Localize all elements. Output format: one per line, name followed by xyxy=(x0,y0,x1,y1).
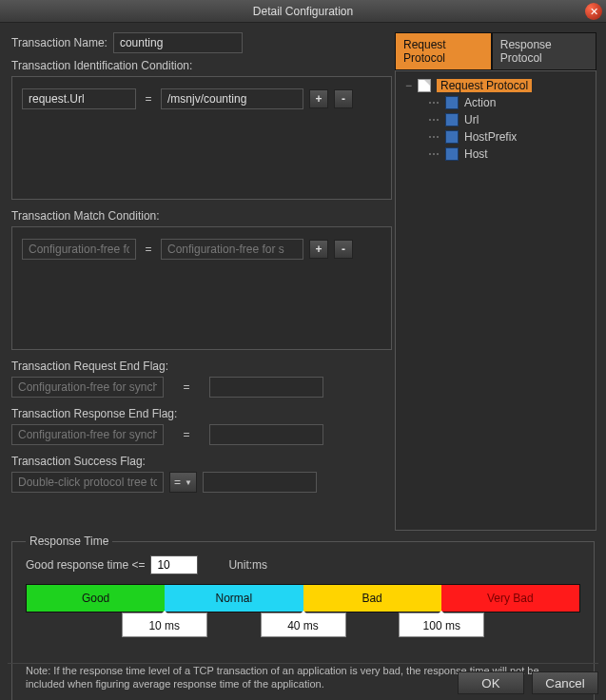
match-cond-value-input[interactable] xyxy=(161,239,303,260)
tree-item-hostprefix[interactable]: ⋯ HostPrefix xyxy=(401,128,590,146)
id-condition-box: = + - xyxy=(11,76,392,200)
marker-1[interactable]: 10 ms xyxy=(122,612,207,637)
match-condition-box: = + - xyxy=(11,226,392,350)
window-title: Detail Configuration xyxy=(253,5,353,18)
close-icon[interactable]: ✕ xyxy=(585,3,602,20)
seg-very-bad: Very Bad xyxy=(441,585,579,612)
field-icon xyxy=(445,130,459,144)
id-cond-remove-button[interactable]: - xyxy=(334,89,353,108)
field-icon xyxy=(445,96,459,109)
chevron-down-icon: ▼ xyxy=(185,478,192,487)
tree-root-label: Request Protocol xyxy=(437,79,532,92)
ok-button[interactable]: OK xyxy=(458,671,524,694)
seg-normal: Normal xyxy=(165,585,303,612)
equals-sign: = xyxy=(142,92,155,106)
minus-icon: − xyxy=(405,79,412,92)
match-condition-label: Transaction Match Condition: xyxy=(11,209,392,223)
success-operator-value: = xyxy=(174,476,181,489)
good-response-label: Good response time <= xyxy=(26,558,145,572)
tree-item-label: HostPrefix xyxy=(464,130,517,144)
equals-sign: = xyxy=(169,428,204,441)
dialog-footer: OK Cancel xyxy=(8,663,598,694)
match-cond-remove-button[interactable]: - xyxy=(334,240,353,259)
tree-item-label: Host xyxy=(464,147,488,161)
match-cond-field-input[interactable] xyxy=(22,239,136,260)
seg-good: Good xyxy=(27,585,165,612)
file-icon xyxy=(418,79,431,92)
transaction-name-input[interactable] xyxy=(113,32,243,53)
equals-sign: = xyxy=(169,380,204,394)
id-cond-add-button[interactable]: + xyxy=(309,89,328,108)
cancel-button[interactable]: Cancel xyxy=(532,671,598,694)
transaction-name-label: Transaction Name: xyxy=(11,36,108,49)
success-field-input[interactable] xyxy=(11,472,164,493)
field-icon xyxy=(445,113,459,126)
tab-request-protocol[interactable]: Request Protocol xyxy=(395,32,492,70)
tree-item-url[interactable]: ⋯ Url xyxy=(401,111,590,128)
dialog-body: Transaction Name: Transaction Identifica… xyxy=(0,23,606,700)
response-end-flag-label: Transaction Response End Flag: xyxy=(11,407,392,420)
marker-2[interactable]: 40 ms xyxy=(261,612,346,637)
resp-end-field-input[interactable] xyxy=(11,424,164,445)
success-operator-select[interactable]: = ▼ xyxy=(169,472,197,493)
request-end-flag-label: Transaction Request End Flag: xyxy=(11,360,392,373)
field-icon xyxy=(445,147,459,161)
tree-root[interactable]: − Request Protocol xyxy=(401,77,590,94)
response-time-legend: Response Time xyxy=(26,535,112,548)
success-value-input[interactable] xyxy=(203,472,317,493)
match-cond-add-button[interactable]: + xyxy=(309,240,328,259)
tree-item-label: Action xyxy=(464,96,496,109)
tab-response-protocol[interactable]: Response Protocol xyxy=(492,32,596,70)
tree-item-label: Url xyxy=(464,113,479,126)
marker-3[interactable]: 100 ms xyxy=(399,612,484,637)
protocol-tabs: Request Protocol Response Protocol xyxy=(395,32,596,70)
good-response-input[interactable] xyxy=(150,555,198,574)
tree-item-host[interactable]: ⋯ Host xyxy=(401,146,590,163)
seg-bad: Bad xyxy=(303,585,441,612)
id-cond-value-input[interactable] xyxy=(161,88,303,109)
titlebar: Detail Configuration ✕ xyxy=(0,0,606,23)
protocol-tree[interactable]: − Request Protocol ⋯ Action ⋯ Url ⋯ Host… xyxy=(395,70,596,531)
req-end-field-input[interactable] xyxy=(11,377,164,398)
tree-item-action[interactable]: ⋯ Action xyxy=(401,94,590,111)
resp-end-value-input[interactable] xyxy=(209,424,323,445)
req-end-value-input[interactable] xyxy=(209,377,323,398)
response-time-markers: 10 ms 40 ms 100 ms xyxy=(26,612,580,651)
equals-sign: = xyxy=(142,243,155,256)
id-cond-field-input[interactable] xyxy=(22,88,136,109)
unit-label: Unit:ms xyxy=(228,558,267,572)
success-flag-label: Transaction Success Flag: xyxy=(11,455,392,468)
id-condition-label: Transaction Identification Condition: xyxy=(11,59,392,72)
